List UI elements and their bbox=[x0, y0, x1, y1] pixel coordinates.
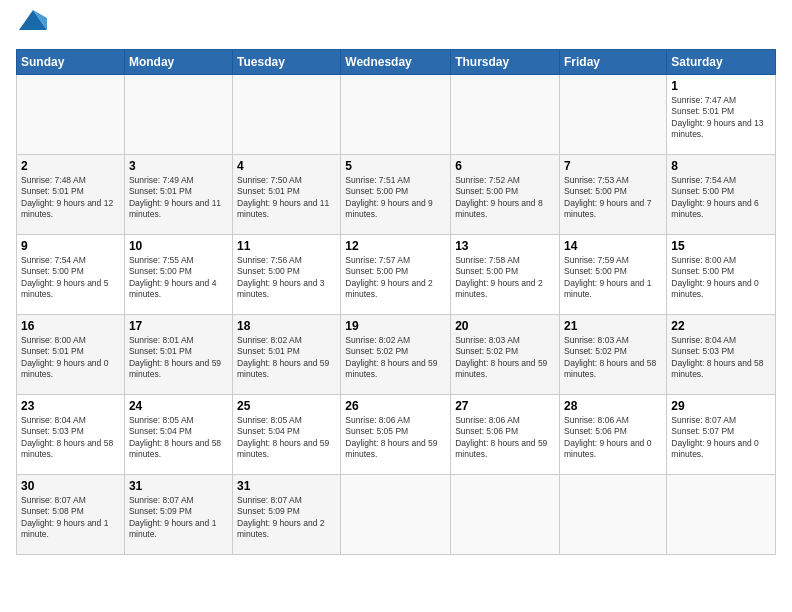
day-number: 20 bbox=[455, 319, 555, 333]
day-number: 29 bbox=[671, 399, 771, 413]
day-number: 16 bbox=[21, 319, 120, 333]
day-number: 2 bbox=[21, 159, 120, 173]
calendar-cell: 18Sunrise: 8:02 AM Sunset: 5:01 PM Dayli… bbox=[233, 314, 341, 394]
day-info: Sunrise: 7:52 AM Sunset: 5:00 PM Dayligh… bbox=[455, 175, 555, 221]
day-info: Sunrise: 7:54 AM Sunset: 5:00 PM Dayligh… bbox=[671, 175, 771, 221]
day-number: 28 bbox=[564, 399, 662, 413]
day-number: 13 bbox=[455, 239, 555, 253]
week-row-5: 23Sunrise: 8:04 AM Sunset: 5:03 PM Dayli… bbox=[17, 394, 776, 474]
day-info: Sunrise: 8:06 AM Sunset: 5:05 PM Dayligh… bbox=[345, 415, 446, 461]
calendar-cell: 7Sunrise: 7:53 AM Sunset: 5:00 PM Daylig… bbox=[560, 154, 667, 234]
day-info: Sunrise: 7:54 AM Sunset: 5:00 PM Dayligh… bbox=[21, 255, 120, 301]
calendar-cell: 8Sunrise: 7:54 AM Sunset: 5:00 PM Daylig… bbox=[667, 154, 776, 234]
day-number: 31 bbox=[129, 479, 228, 493]
day-number: 6 bbox=[455, 159, 555, 173]
day-header-thursday: Thursday bbox=[451, 49, 560, 74]
calendar-cell: 26Sunrise: 8:06 AM Sunset: 5:05 PM Dayli… bbox=[341, 394, 451, 474]
day-number: 18 bbox=[237, 319, 336, 333]
day-number: 30 bbox=[21, 479, 120, 493]
calendar-cell: 31Sunrise: 8:07 AM Sunset: 5:09 PM Dayli… bbox=[233, 474, 341, 554]
calendar-cell: 14Sunrise: 7:59 AM Sunset: 5:00 PM Dayli… bbox=[560, 234, 667, 314]
day-info: Sunrise: 8:05 AM Sunset: 5:04 PM Dayligh… bbox=[237, 415, 336, 461]
day-header-friday: Friday bbox=[560, 49, 667, 74]
day-number: 24 bbox=[129, 399, 228, 413]
day-info: Sunrise: 8:05 AM Sunset: 5:04 PM Dayligh… bbox=[129, 415, 228, 461]
day-number: 5 bbox=[345, 159, 446, 173]
header bbox=[16, 16, 776, 37]
day-header-monday: Monday bbox=[124, 49, 232, 74]
calendar-cell bbox=[341, 74, 451, 154]
calendar-cell bbox=[341, 474, 451, 554]
week-row-4: 16Sunrise: 8:00 AM Sunset: 5:01 PM Dayli… bbox=[17, 314, 776, 394]
calendar-cell bbox=[451, 474, 560, 554]
day-info: Sunrise: 8:07 AM Sunset: 5:09 PM Dayligh… bbox=[129, 495, 228, 541]
day-info: Sunrise: 8:04 AM Sunset: 5:03 PM Dayligh… bbox=[671, 335, 771, 381]
day-header-tuesday: Tuesday bbox=[233, 49, 341, 74]
logo bbox=[16, 16, 47, 37]
calendar-cell: 24Sunrise: 8:05 AM Sunset: 5:04 PM Dayli… bbox=[124, 394, 232, 474]
day-number: 26 bbox=[345, 399, 446, 413]
calendar-cell: 13Sunrise: 7:58 AM Sunset: 5:00 PM Dayli… bbox=[451, 234, 560, 314]
day-number: 7 bbox=[564, 159, 662, 173]
calendar-cell: 2Sunrise: 7:48 AM Sunset: 5:01 PM Daylig… bbox=[17, 154, 125, 234]
day-number: 12 bbox=[345, 239, 446, 253]
day-info: Sunrise: 8:04 AM Sunset: 5:03 PM Dayligh… bbox=[21, 415, 120, 461]
day-header-sunday: Sunday bbox=[17, 49, 125, 74]
calendar-cell: 10Sunrise: 7:55 AM Sunset: 5:00 PM Dayli… bbox=[124, 234, 232, 314]
calendar-cell bbox=[451, 74, 560, 154]
day-info: Sunrise: 7:56 AM Sunset: 5:00 PM Dayligh… bbox=[237, 255, 336, 301]
calendar-cell: 6Sunrise: 7:52 AM Sunset: 5:00 PM Daylig… bbox=[451, 154, 560, 234]
day-info: Sunrise: 7:51 AM Sunset: 5:00 PM Dayligh… bbox=[345, 175, 446, 221]
day-info: Sunrise: 7:49 AM Sunset: 5:01 PM Dayligh… bbox=[129, 175, 228, 221]
day-info: Sunrise: 8:07 AM Sunset: 5:09 PM Dayligh… bbox=[237, 495, 336, 541]
day-number: 25 bbox=[237, 399, 336, 413]
calendar-cell: 16Sunrise: 8:00 AM Sunset: 5:01 PM Dayli… bbox=[17, 314, 125, 394]
calendar-cell: 4Sunrise: 7:50 AM Sunset: 5:01 PM Daylig… bbox=[233, 154, 341, 234]
calendar-cell: 17Sunrise: 8:01 AM Sunset: 5:01 PM Dayli… bbox=[124, 314, 232, 394]
logo-icon bbox=[19, 10, 47, 34]
calendar-cell: 27Sunrise: 8:06 AM Sunset: 5:06 PM Dayli… bbox=[451, 394, 560, 474]
day-info: Sunrise: 7:57 AM Sunset: 5:00 PM Dayligh… bbox=[345, 255, 446, 301]
calendar-cell: 11Sunrise: 7:56 AM Sunset: 5:00 PM Dayli… bbox=[233, 234, 341, 314]
calendar-cell: 5Sunrise: 7:51 AM Sunset: 5:00 PM Daylig… bbox=[341, 154, 451, 234]
calendar-cell bbox=[17, 74, 125, 154]
day-number: 9 bbox=[21, 239, 120, 253]
calendar-cell: 28Sunrise: 8:06 AM Sunset: 5:06 PM Dayli… bbox=[560, 394, 667, 474]
week-row-6: 30Sunrise: 8:07 AM Sunset: 5:08 PM Dayli… bbox=[17, 474, 776, 554]
day-number: 10 bbox=[129, 239, 228, 253]
day-info: Sunrise: 7:48 AM Sunset: 5:01 PM Dayligh… bbox=[21, 175, 120, 221]
calendar-header: SundayMondayTuesdayWednesdayThursdayFrid… bbox=[17, 49, 776, 74]
day-number: 27 bbox=[455, 399, 555, 413]
calendar-cell: 15Sunrise: 8:00 AM Sunset: 5:00 PM Dayli… bbox=[667, 234, 776, 314]
calendar-cell: 12Sunrise: 7:57 AM Sunset: 5:00 PM Dayli… bbox=[341, 234, 451, 314]
calendar-cell: 3Sunrise: 7:49 AM Sunset: 5:01 PM Daylig… bbox=[124, 154, 232, 234]
day-info: Sunrise: 8:02 AM Sunset: 5:02 PM Dayligh… bbox=[345, 335, 446, 381]
day-header-wednesday: Wednesday bbox=[341, 49, 451, 74]
day-info: Sunrise: 8:02 AM Sunset: 5:01 PM Dayligh… bbox=[237, 335, 336, 381]
day-number: 1 bbox=[671, 79, 771, 93]
calendar-cell bbox=[124, 74, 232, 154]
week-row-3: 9Sunrise: 7:54 AM Sunset: 5:00 PM Daylig… bbox=[17, 234, 776, 314]
day-number: 22 bbox=[671, 319, 771, 333]
calendar-cell: 21Sunrise: 8:03 AM Sunset: 5:02 PM Dayli… bbox=[560, 314, 667, 394]
calendar-cell: 31Sunrise: 8:07 AM Sunset: 5:09 PM Dayli… bbox=[124, 474, 232, 554]
day-info: Sunrise: 8:03 AM Sunset: 5:02 PM Dayligh… bbox=[564, 335, 662, 381]
day-info: Sunrise: 7:47 AM Sunset: 5:01 PM Dayligh… bbox=[671, 95, 771, 141]
day-number: 15 bbox=[671, 239, 771, 253]
calendar-cell: 25Sunrise: 8:05 AM Sunset: 5:04 PM Dayli… bbox=[233, 394, 341, 474]
day-number: 4 bbox=[237, 159, 336, 173]
day-info: Sunrise: 7:50 AM Sunset: 5:01 PM Dayligh… bbox=[237, 175, 336, 221]
day-number: 14 bbox=[564, 239, 662, 253]
calendar-cell: 1Sunrise: 7:47 AM Sunset: 5:01 PM Daylig… bbox=[667, 74, 776, 154]
calendar-cell bbox=[233, 74, 341, 154]
calendar-cell: 19Sunrise: 8:02 AM Sunset: 5:02 PM Dayli… bbox=[341, 314, 451, 394]
day-number: 8 bbox=[671, 159, 771, 173]
calendar-cell: 9Sunrise: 7:54 AM Sunset: 5:00 PM Daylig… bbox=[17, 234, 125, 314]
day-number: 21 bbox=[564, 319, 662, 333]
calendar-cell: 20Sunrise: 8:03 AM Sunset: 5:02 PM Dayli… bbox=[451, 314, 560, 394]
day-number: 31 bbox=[237, 479, 336, 493]
day-info: Sunrise: 8:07 AM Sunset: 5:07 PM Dayligh… bbox=[671, 415, 771, 461]
day-number: 19 bbox=[345, 319, 446, 333]
day-number: 11 bbox=[237, 239, 336, 253]
day-info: Sunrise: 8:00 AM Sunset: 5:01 PM Dayligh… bbox=[21, 335, 120, 381]
